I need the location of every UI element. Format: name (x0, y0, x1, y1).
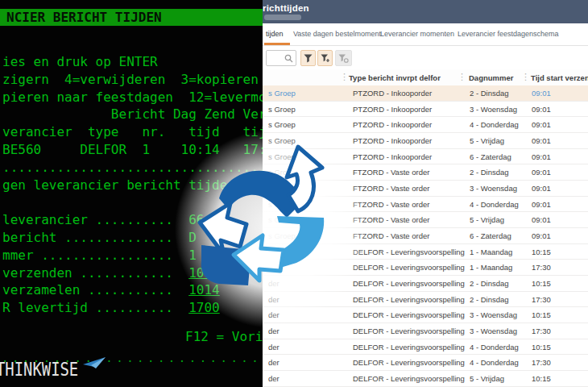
cell-leverancier: s Groep (268, 105, 296, 114)
cell-type-bericht: FTZORD - Vaste order (353, 184, 429, 193)
cell-tijd-start: 09:01 (532, 231, 551, 240)
table-row[interactable]: s Groep PTZORD - Inkooporder 5 - Vrijdag… (242, 133, 588, 149)
terminal-line: BE560 DELFOR 1 10:14 17: (2, 141, 263, 159)
table-row[interactable]: der DELFOR - Leveringsvoorspelling 3 - W… (242, 323, 588, 339)
cell-type-bericht: FTZORD - Vaste order (353, 215, 429, 224)
table-row[interactable]: s Groep FTZORD - Vaste order 6 - Zaterda… (242, 228, 588, 244)
column-header-type-bericht[interactable]: Type bericht invrpt delfor (349, 73, 441, 82)
legacy-terminal-panel: NCIER BERICHT TIJDEN ies en druk op ENTE… (0, 0, 263, 387)
cell-type-bericht: PTZORD - Inkooporder (353, 105, 432, 114)
terminal-line: verancier type nr. tijd tij (2, 123, 263, 141)
tab-vaste-dagen-bestelmoment[interactable]: Vaste dagen bestelmoment (293, 30, 381, 38)
cell-leverancier: s Groep (268, 184, 296, 193)
cell-leverancier: s Groep (268, 120, 296, 129)
cell-leverancier: der (268, 374, 280, 383)
cell-tijd-start: 09:01 (532, 215, 551, 224)
field-value[interactable]: 66 (188, 212, 204, 227)
terminal-field-verzenden: verzenden ............ 1015 (2, 264, 263, 282)
screenshot-stage: richttijden tijden Vaste dagen bestelmom… (0, 0, 588, 387)
filter-clear-button[interactable] (335, 50, 352, 66)
cell-leverancier: s Groep (268, 215, 296, 224)
cell-dagnummer: 6 - Zaterdag (470, 231, 511, 240)
terminal-field-bericht: bericht .............. D (2, 229, 263, 247)
table-row[interactable]: s Groep FTZORD - Vaste order 4 - Donderd… (242, 197, 588, 213)
cell-type-bericht: DELFOR - Leveringsvoorspelling (353, 295, 465, 304)
tab-berichttijden[interactable]: tijden (266, 30, 284, 38)
terminal-field-levertijd: R levertijd .......... 1700 (2, 299, 263, 317)
cell-type-bericht: DELFOR - Leveringsvoorspelling (353, 374, 465, 383)
tab-leverancier-momenten[interactable]: Leverancier momenten (380, 30, 454, 38)
cell-dagnummer: 1 - Maandag (470, 248, 512, 256)
cell-tijd-start: 17:30 (532, 327, 551, 335)
table-row[interactable]: der DELFOR - Leveringsvoorspelling 2 - D… (242, 276, 588, 292)
app-header: richttijden (242, 0, 588, 23)
cell-dagnummer: 5 - Vrijdag (470, 374, 504, 383)
cell-dagnummer: 3 - Woensdag (470, 310, 517, 319)
table-row[interactable]: er DELFOR - Leveringsvoorspelling 1 - Ma… (242, 244, 588, 260)
table-row[interactable]: s Groep PTZORD - Inkooporder 4 - Donderd… (242, 117, 588, 133)
cell-tijd-start: 17:30 (532, 295, 551, 304)
cell-tijd-start: 10:15 (532, 343, 551, 352)
cell-leverancier: der (268, 279, 280, 288)
cell-tijd-start: 17:30 (532, 263, 551, 272)
table-row[interactable]: der DELFOR - Leveringsvoorspelling 2 - D… (242, 292, 588, 308)
cell-type-bericht: FTZORD - Vaste order (353, 231, 429, 240)
cell-leverancier: der (268, 358, 280, 367)
cell-tijd-start: 09:01 (532, 105, 551, 114)
tab-leverancier-feestdagenschema[interactable]: Leverancier feestdagenschema (458, 30, 559, 38)
thinkwise-arrow-icon (83, 357, 107, 372)
field-value[interactable]: 1014 (188, 282, 220, 298)
column-header-tijd-start-verzenden[interactable]: Tijd start verzenden (531, 73, 588, 82)
table-row[interactable]: s Groep FTZORD - Vaste order 2 - Dinsdag… (242, 164, 588, 181)
cell-dagnummer: 2 - Dinsdag (470, 168, 509, 177)
cell-type-bericht: DELFOR - Leveringsvoorspelling (353, 358, 465, 367)
cell-tijd-start: 10:15 (532, 279, 551, 288)
cell-dagnummer: 2 - Dinsdag (470, 89, 509, 98)
filter-button[interactable] (300, 50, 316, 66)
table-row[interactable]: s Groep FTZORD - Vaste order 5 - Vrijdag… (242, 212, 588, 228)
cell-type-bericht: FTZORD - Vaste order (353, 168, 429, 177)
cell-tijd-start: 09:01 (532, 152, 551, 161)
cell-type-bericht: DELFOR - Leveringsvoorspelling (353, 343, 465, 352)
cell-tijd-start: 10:15 (532, 248, 551, 256)
filter-add-icon (321, 54, 330, 63)
cell-tijd-start: 09:01 (532, 89, 551, 98)
table-row[interactable]: s Groep PTZORD - Inkooporder 2 - Dinsdag… (242, 85, 588, 102)
column-menu-icon[interactable]: ⋮ (521, 72, 530, 82)
table-row[interactable]: s Groep FTZORD - Vaste order 3 - Woensda… (242, 181, 588, 197)
cell-tijd-start: 10:15 (532, 374, 551, 383)
table-row[interactable]: der DELFOR - Leveringsvoorspelling 5 - V… (242, 371, 588, 387)
cell-dagnummer: 4 - Donderdag (470, 200, 519, 209)
field-value[interactable]: 1700 (188, 300, 220, 315)
page-title: richttijden (263, 3, 309, 13)
table-row[interactable]: der DELFOR - Leveringsvoorspelling 3 - W… (242, 307, 588, 323)
terminal-line: ies en druk op ENTER (2, 53, 263, 71)
terminal-line: .................................... (2, 159, 263, 177)
column-menu-icon[interactable]: ⋮ (340, 72, 349, 82)
web-app-panel: richttijden tijden Vaste dagen bestelmom… (242, 0, 588, 387)
field-label: mmer ................. (2, 248, 188, 263)
cell-tijd-start: 10:15 (532, 310, 551, 319)
table-row[interactable]: s Groep PTZORD - Inkooporder 3 - Woensda… (242, 102, 588, 118)
terminal-line (2, 194, 263, 211)
table-row[interactable]: s Groep PTZORD - Inkooporder 6 - Zaterda… (242, 149, 588, 165)
table-row[interactable]: er DELFOR - Leveringsvoorspelling 1 - Ma… (242, 260, 588, 276)
field-value[interactable]: D (188, 230, 197, 245)
cell-dagnummer: 5 - Vrijdag (470, 215, 504, 224)
table-row[interactable]: der DELFOR - Leveringsvoorspelling 4 - D… (242, 339, 588, 356)
table-row[interactable]: der DELFOR - Leveringsvoorspelling 4 - D… (242, 355, 588, 371)
cell-tijd-start: 09:01 (532, 136, 551, 145)
terminal-line: gen leverancier bericht tijde (2, 177, 263, 194)
field-value[interactable]: 1 (188, 248, 197, 263)
cell-dagnummer: 4 - Donderdag (470, 358, 519, 367)
column-header-dagnummer[interactable]: Dagnummer (469, 73, 513, 82)
cell-leverancier: s Groep (268, 231, 296, 240)
terminal-field-verzamelen: verzamelen ........... 1014 (2, 281, 263, 299)
field-value[interactable]: 1015 (188, 265, 220, 281)
cell-type-bericht: DELFOR - Leveringsvoorspelling (353, 279, 465, 288)
column-menu-icon[interactable]: ⋮ (458, 72, 466, 82)
filter-icon (304, 54, 313, 63)
cell-leverancier: s Groep (268, 200, 296, 209)
search-input[interactable] (266, 50, 296, 66)
filter-add-button[interactable] (317, 50, 333, 66)
